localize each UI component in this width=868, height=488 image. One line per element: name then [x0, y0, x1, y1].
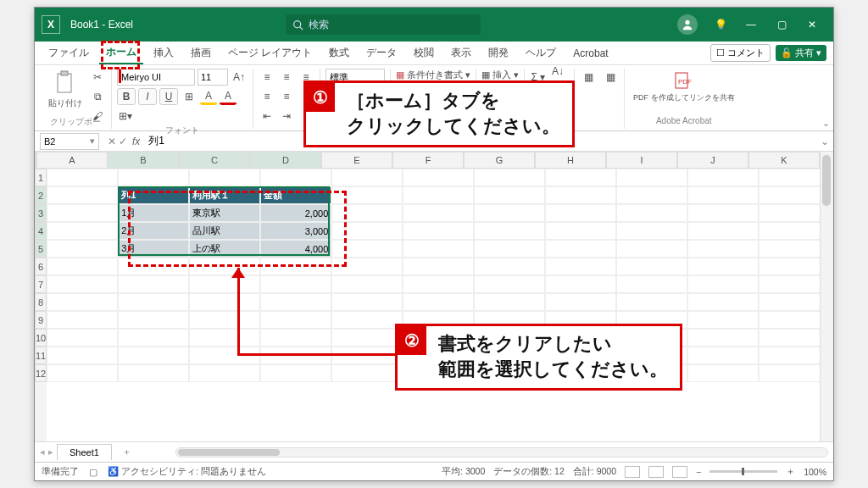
tab-help[interactable]: ヘルプ — [519, 42, 563, 64]
row-header[interactable]: 6 — [35, 258, 47, 275]
close-button[interactable]: ✕ — [798, 12, 826, 37]
cell[interactable] — [260, 258, 331, 275]
cell[interactable] — [474, 293, 545, 311]
column-header[interactable]: D — [250, 152, 321, 169]
cell[interactable] — [616, 186, 687, 204]
cell[interactable] — [403, 169, 474, 186]
tab-home[interactable]: ホーム — [99, 42, 143, 64]
indent-decrease-icon[interactable]: ⇤ — [259, 108, 275, 125]
cell[interactable] — [759, 169, 820, 186]
cell[interactable] — [403, 275, 474, 293]
conditional-format-button[interactable]: ▦ 条件付き書式 ▾ — [396, 69, 470, 81]
cell[interactable] — [260, 311, 331, 329]
cell[interactable] — [331, 258, 403, 275]
cell[interactable]: 2,000 — [260, 204, 331, 222]
underline-button[interactable]: U — [159, 88, 178, 105]
cell[interactable] — [759, 347, 820, 364]
cell[interactable] — [118, 311, 189, 329]
cell[interactable] — [616, 240, 687, 258]
cell[interactable] — [47, 186, 118, 204]
cells-area[interactable]: 列1利用駅１金額1月東京駅2,0002月品川駅3,0003月上の駅4,000 — [47, 169, 820, 441]
cell[interactable] — [687, 329, 759, 347]
cell[interactable] — [331, 186, 403, 204]
zoom-out-button[interactable]: − — [696, 467, 701, 477]
column-header[interactable]: A — [36, 152, 108, 169]
enter-formula-icon[interactable]: ✓ — [119, 136, 127, 147]
cell[interactable] — [759, 204, 820, 222]
row-header[interactable]: 2 — [35, 186, 47, 204]
insert-cells-button[interactable]: ▦ 挿入 ▾ — [481, 69, 519, 81]
column-header[interactable]: H — [535, 152, 606, 169]
row-header[interactable]: 3 — [35, 204, 47, 222]
cell[interactable] — [189, 293, 260, 311]
cell[interactable] — [759, 222, 820, 240]
name-box[interactable]: B2 ▾ — [40, 133, 99, 150]
tab-file[interactable]: ファイル — [42, 42, 96, 64]
column-header[interactable]: J — [677, 152, 748, 169]
column-header[interactable]: B — [108, 152, 179, 169]
bold-button[interactable]: B — [117, 88, 136, 105]
cell[interactable] — [474, 169, 545, 186]
cell[interactable] — [687, 293, 759, 311]
cell[interactable] — [331, 240, 403, 258]
vertical-scrollbar[interactable] — [820, 152, 833, 441]
cell[interactable] — [47, 240, 118, 258]
cell[interactable] — [474, 186, 545, 204]
column-header[interactable]: E — [321, 152, 392, 169]
cell[interactable] — [118, 347, 189, 364]
cell[interactable]: 金額 — [260, 186, 331, 204]
cell[interactable] — [47, 311, 118, 329]
font-color-button[interactable]: A — [220, 88, 236, 105]
cell[interactable]: 東京駅 — [189, 204, 260, 222]
formula-expand-icon[interactable]: ⌄ — [816, 136, 833, 147]
analyze-icon[interactable]: ▦ — [602, 69, 619, 86]
cell[interactable] — [687, 169, 759, 186]
cell[interactable]: 2月 — [118, 222, 189, 240]
row-header[interactable]: 1 — [35, 169, 47, 186]
cell[interactable] — [545, 186, 616, 204]
paste-button[interactable]: 貼り付け — [45, 69, 86, 111]
cell[interactable] — [759, 364, 820, 382]
maximize-button[interactable]: ▢ — [767, 12, 796, 37]
column-header[interactable]: G — [464, 152, 535, 169]
cell[interactable] — [47, 204, 118, 222]
cell[interactable] — [759, 240, 820, 258]
align-middle-icon[interactable]: ≡ — [278, 69, 295, 86]
cell[interactable] — [687, 258, 759, 275]
cut-icon[interactable]: ✂ — [89, 69, 106, 86]
cell[interactable]: 1月 — [118, 204, 189, 222]
view-normal-icon[interactable] — [625, 466, 640, 478]
column-header[interactable]: F — [392, 152, 464, 169]
zoom-level[interactable]: 100% — [804, 467, 826, 477]
cell[interactable] — [118, 329, 189, 347]
indent-increase-icon[interactable]: ⇥ — [278, 108, 295, 125]
cell[interactable] — [474, 240, 545, 258]
cell[interactable] — [260, 169, 331, 186]
cell[interactable] — [403, 258, 474, 275]
cell[interactable] — [189, 329, 260, 347]
row-header[interactable]: 11 — [35, 347, 47, 364]
cell[interactable] — [47, 329, 118, 347]
cell[interactable]: 3,000 — [260, 222, 331, 240]
cell[interactable] — [47, 258, 118, 275]
comments-button[interactable]: ☐ コメント — [710, 44, 771, 62]
cancel-formula-icon[interactable]: ✕ — [108, 136, 116, 147]
row-header[interactable]: 4 — [35, 222, 47, 240]
copy-icon[interactable]: ⧉ — [89, 88, 106, 105]
cell[interactable] — [759, 186, 820, 204]
cell[interactable] — [616, 275, 687, 293]
cell[interactable] — [616, 222, 687, 240]
align-top-icon[interactable]: ≡ — [259, 69, 275, 86]
cell[interactable] — [687, 311, 759, 329]
font-size-select[interactable] — [198, 69, 228, 86]
cell[interactable] — [687, 186, 759, 204]
tab-insert[interactable]: 挿入 — [147, 42, 181, 64]
tab-acrobat[interactable]: Acrobat — [566, 44, 615, 63]
cell[interactable]: 品川駅 — [189, 222, 260, 240]
cell[interactable] — [545, 204, 616, 222]
cell[interactable] — [260, 329, 331, 347]
cell[interactable] — [260, 364, 331, 382]
cell[interactable]: 利用駅１ — [189, 186, 260, 204]
tab-data[interactable]: データ — [359, 42, 403, 64]
cell[interactable] — [403, 204, 474, 222]
